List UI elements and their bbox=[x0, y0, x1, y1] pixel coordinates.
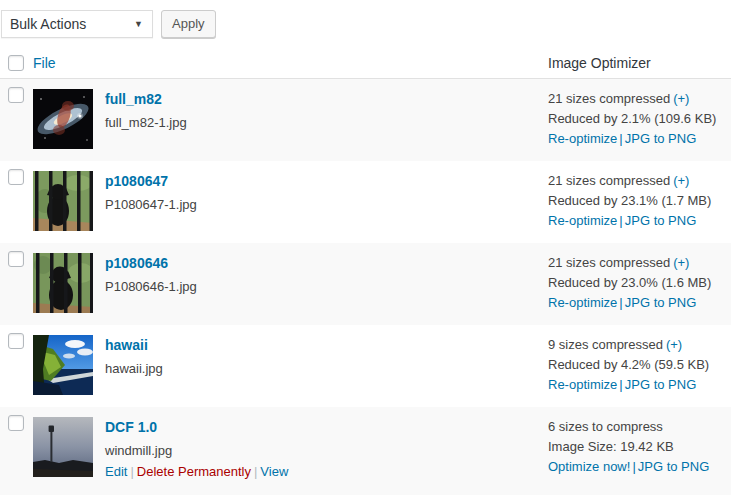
optimizer-expand-link[interactable]: (+) bbox=[673, 173, 689, 188]
chevron-down-icon: ▼ bbox=[134, 20, 143, 29]
media-title-link[interactable]: p1080647 bbox=[105, 173, 197, 190]
column-header-file[interactable]: File bbox=[33, 55, 56, 71]
separator: | bbox=[619, 295, 622, 310]
windmill-dusk-photo-thumbnail[interactable] bbox=[33, 417, 93, 477]
optimizer-detail: Image Size: 19.42 KB bbox=[548, 437, 721, 457]
row-checkbox[interactable] bbox=[8, 415, 24, 431]
jpg-to-png-link[interactable]: JPG to PNG bbox=[625, 131, 697, 146]
media-row: p1080646 P1080646-1.jpg 21 sizes compres… bbox=[0, 243, 731, 325]
separator: | bbox=[619, 213, 622, 228]
optimize-now-link[interactable]: Optimize now! bbox=[548, 459, 630, 474]
media-list-table: File Image Optimizer bbox=[0, 48, 731, 495]
media-filename: hawaii.jpg bbox=[105, 361, 163, 377]
apply-button[interactable]: Apply bbox=[161, 10, 216, 38]
bulk-actions-select[interactable]: Bulk Actions ▼ bbox=[1, 10, 153, 38]
row-checkbox[interactable] bbox=[8, 169, 24, 185]
reoptimize-link[interactable]: Re-optimize bbox=[548, 377, 617, 392]
jpg-to-png-link[interactable]: JPG to PNG bbox=[638, 459, 710, 474]
media-filename: full_m82-1.jpg bbox=[105, 115, 187, 131]
optimizer-detail: Reduced by 2.1% (109.6 KB) bbox=[548, 109, 721, 129]
optimizer-status: 6 sizes to compress bbox=[548, 417, 721, 437]
media-row: DCF 1.0 windmill.jpg Edit|Delete Permane… bbox=[0, 407, 731, 495]
dog-behind-railing-photo-thumbnail[interactable] bbox=[33, 253, 93, 313]
optimizer-detail: Reduced by 23.1% (1.7 MB) bbox=[548, 191, 721, 211]
separator: | bbox=[254, 464, 257, 479]
coastline-photo-thumbnail[interactable] bbox=[33, 335, 93, 395]
separator: | bbox=[619, 377, 622, 392]
select-all-checkbox[interactable] bbox=[8, 55, 24, 71]
media-title-link[interactable]: p1080646 bbox=[105, 255, 197, 272]
delete-permanently-link[interactable]: Delete Permanently bbox=[137, 464, 251, 479]
bulk-actions-toolbar: Bulk Actions ▼ Apply bbox=[0, 0, 731, 48]
media-filename: P1080647-1.jpg bbox=[105, 197, 197, 213]
reoptimize-link[interactable]: Re-optimize bbox=[548, 295, 617, 310]
jpg-to-png-link[interactable]: JPG to PNG bbox=[625, 377, 697, 392]
optimizer-expand-link[interactable]: (+) bbox=[673, 255, 689, 270]
view-link[interactable]: View bbox=[260, 464, 288, 479]
column-header-image-optimizer: Image Optimizer bbox=[548, 55, 651, 71]
row-actions: Edit|Delete Permanently|View bbox=[105, 464, 288, 480]
optimizer-status: 21 sizes compressed bbox=[548, 255, 670, 270]
optimizer-status: 21 sizes compressed bbox=[548, 173, 670, 188]
optimizer-status: 9 sizes compressed bbox=[548, 337, 663, 352]
edit-link[interactable]: Edit bbox=[105, 464, 127, 479]
jpg-to-png-link[interactable]: JPG to PNG bbox=[625, 295, 697, 310]
optimizer-expand-link[interactable]: (+) bbox=[666, 337, 682, 352]
optimizer-detail: Reduced by 23.0% (1.6 MB) bbox=[548, 273, 721, 293]
media-row: full_m82 full_m82-1.jpg 21 sizes compres… bbox=[0, 79, 731, 161]
media-filename: P1080646-1.jpg bbox=[105, 279, 197, 295]
media-title-link[interactable]: full_m82 bbox=[105, 91, 187, 108]
optimizer-status: 21 sizes compressed bbox=[548, 91, 670, 106]
dog-behind-railing-photo-thumbnail[interactable] bbox=[33, 171, 93, 231]
jpg-to-png-link[interactable]: JPG to PNG bbox=[625, 213, 697, 228]
galaxy-photo-thumbnail[interactable] bbox=[33, 89, 93, 149]
separator: | bbox=[632, 459, 635, 474]
row-checkbox[interactable] bbox=[8, 87, 24, 103]
row-checkbox[interactable] bbox=[8, 251, 24, 267]
table-header-row: File Image Optimizer bbox=[0, 48, 731, 79]
media-filename: windmill.jpg bbox=[105, 443, 288, 459]
reoptimize-link[interactable]: Re-optimize bbox=[548, 131, 617, 146]
separator: | bbox=[619, 131, 622, 146]
row-checkbox[interactable] bbox=[8, 333, 24, 349]
reoptimize-link[interactable]: Re-optimize bbox=[548, 213, 617, 228]
optimizer-expand-link[interactable]: (+) bbox=[673, 91, 689, 106]
media-title-link[interactable]: DCF 1.0 bbox=[105, 419, 288, 436]
media-title-link[interactable]: hawaii bbox=[105, 337, 163, 354]
bulk-actions-selected-value: Bulk Actions bbox=[10, 16, 86, 32]
separator: | bbox=[130, 464, 133, 479]
optimizer-detail: Reduced by 4.2% (59.5 KB) bbox=[548, 355, 721, 375]
media-row: hawaii hawaii.jpg 9 sizes compressed(+) … bbox=[0, 325, 731, 407]
media-row: p1080647 P1080647-1.jpg 21 sizes compres… bbox=[0, 161, 731, 243]
